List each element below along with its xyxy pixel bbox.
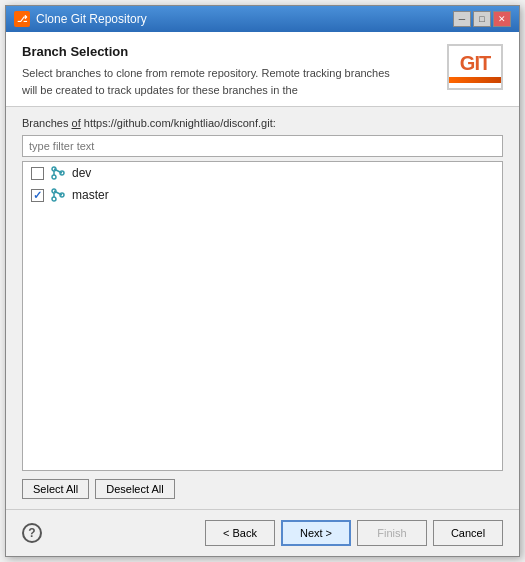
branches-label: Branches of https://github.com/knightlia…	[22, 117, 503, 129]
header-section: Branch Selection Select branches to clon…	[6, 32, 519, 107]
repo-url: https://github.com/knightliao/disconf.gi…	[84, 117, 276, 129]
cancel-button[interactable]: Cancel	[433, 520, 503, 546]
window-title: Clone Git Repository	[36, 12, 147, 26]
maximize-button[interactable]: □	[473, 11, 491, 27]
git-logo-bar	[449, 77, 501, 83]
window-icon: ⎇	[14, 11, 30, 27]
branch-name-dev: dev	[72, 166, 91, 180]
branch-list: dev ✓	[22, 161, 503, 471]
minimize-button[interactable]: ─	[453, 11, 471, 27]
footer-buttons: < Back Next > Finish Cancel	[205, 520, 503, 546]
deselect-all-button[interactable]: Deselect All	[95, 479, 174, 499]
header-text: Branch Selection Select branches to clon…	[22, 44, 439, 98]
header-description: Select branches to clone from remote rep…	[22, 65, 402, 98]
main-section: Branches of https://github.com/knightlia…	[6, 107, 519, 509]
finish-button[interactable]: Finish	[357, 520, 427, 546]
help-icon[interactable]: ?	[22, 523, 42, 543]
branch-icon-dev	[50, 165, 66, 181]
header-title: Branch Selection	[22, 44, 439, 59]
titlebar: ⎇ Clone Git Repository ─ □ ✕	[6, 6, 519, 32]
titlebar-left: ⎇ Clone Git Repository	[14, 11, 147, 27]
window: ⎇ Clone Git Repository ─ □ ✕ Branch Sele…	[5, 5, 520, 557]
titlebar-buttons: ─ □ ✕	[453, 11, 511, 27]
close-button[interactable]: ✕	[493, 11, 511, 27]
git-logo-text: GIT	[460, 52, 490, 75]
checkmark-master: ✓	[33, 189, 42, 202]
footer-left: ?	[22, 523, 42, 543]
branch-name-master: master	[72, 188, 109, 202]
back-button[interactable]: < Back	[205, 520, 275, 546]
svg-point-1	[52, 175, 56, 179]
branch-checkbox-dev[interactable]	[31, 167, 44, 180]
content: Branch Selection Select branches to clon…	[6, 32, 519, 556]
filter-input[interactable]	[22, 135, 503, 157]
git-logo: GIT	[447, 44, 503, 90]
next-button[interactable]: Next >	[281, 520, 351, 546]
branch-icon-master	[50, 187, 66, 203]
branch-item-dev[interactable]: dev	[23, 162, 502, 184]
select-buttons-row: Select All Deselect All	[22, 479, 503, 499]
branch-checkbox-master[interactable]: ✓	[31, 189, 44, 202]
footer-section: ? < Back Next > Finish Cancel	[6, 509, 519, 556]
select-all-button[interactable]: Select All	[22, 479, 89, 499]
svg-point-6	[52, 197, 56, 201]
branch-item-master[interactable]: ✓ master	[23, 184, 502, 206]
